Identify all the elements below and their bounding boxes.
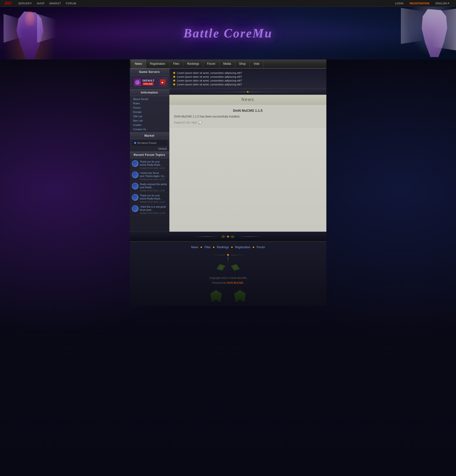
forum-topics-title: Recent Forum Topics: [130, 152, 169, 158]
topic-avatar-3: [132, 183, 139, 189]
language-selector[interactable]: ENGLISH ▾: [434, 1, 451, 5]
hero-title-text: Battle CoreMu: [183, 26, 273, 40]
info-item-1: Lorem ipsum dolor sit amet, consectetur …: [173, 71, 323, 74]
market-title: Market: [130, 132, 169, 139]
site-navigation: News Registration Files Rankings Forum M…: [130, 60, 326, 68]
ornament-center: [195, 235, 261, 238]
nav-market[interactable]: MARKET: [48, 1, 63, 5]
bottom-ornament: [130, 232, 326, 241]
article-body: DmN MuCMS 1.1.5 has been successfully in…: [174, 114, 322, 119]
info-item-3: Lorem ipsum dolor sit amet, consectetur …: [173, 79, 323, 82]
news-header: News: [169, 95, 326, 105]
nav-server[interactable]: SERVER ▾: [16, 1, 34, 5]
topbar-right: LOGIN REGISTRATION ENGLISH ▾: [393, 1, 451, 5]
sidebar: Game Servers DEFAULT OFFLINE ▶: [130, 68, 169, 232]
footer-nav-rankings[interactable]: Rankings: [215, 246, 231, 249]
login-button[interactable]: LOGIN: [393, 1, 405, 5]
hero-title: Battle CoreMu: [183, 26, 273, 40]
nav-tab-rankings[interactable]: Rankings: [183, 59, 203, 68]
hero-character-left: [0, 7, 60, 60]
nav-tab-files[interactable]: Files: [169, 59, 183, 68]
link-about-server[interactable]: About Server: [130, 97, 169, 101]
lang-dropdown-icon: ▾: [448, 2, 449, 5]
forum-topic-item[interactable]: Thank you for your article.Really thank.…: [130, 159, 169, 170]
info-item-2: Lorem ipsum dolor sit amet, consectetur …: [173, 75, 323, 78]
link-guides[interactable]: Guides: [130, 123, 169, 127]
topic-avatar-2: [132, 171, 139, 178]
link-forum[interactable]: Forum: [130, 105, 169, 110]
topic-avatar-4: [132, 194, 139, 201]
footer-ornament: [130, 254, 326, 271]
link-gm-list[interactable]: GM List: [130, 114, 169, 119]
forum-topic-item[interactable]: Thank you for your article.Really thank.…: [130, 193, 169, 204]
topbar-logo[interactable]: BtU: [5, 1, 11, 6]
market-empty: No Items Found.: [132, 140, 167, 146]
news-title: News: [169, 97, 326, 102]
footer-nav: News Files Rankings Registration Forum: [130, 246, 326, 249]
topic-info-1: Thank you for your article.Really thank.…: [140, 160, 167, 169]
server-button[interactable]: ▶: [160, 79, 166, 85]
topbar: BtU SERVER ▾ SHOP MARKET FORUM LOGIN REG…: [0, 0, 456, 7]
topic-title-2: I loved your forum post.Thanks Again. Co…: [140, 171, 167, 178]
forum-topic-item[interactable]: Really enjoyed this article post.Really …: [130, 182, 169, 193]
nav-tab-news[interactable]: News: [131, 59, 146, 68]
topic-date-1: Posted 24-02-2016, 13:21: [140, 167, 167, 169]
server-icon-inner: [135, 80, 140, 85]
comment-icon: 💬: [199, 121, 202, 124]
server-name: DEFAULT: [142, 79, 158, 82]
market-default[interactable]: Default: [130, 147, 169, 151]
footer-dot-2: [213, 246, 215, 248]
topic-info-5: I think this is a real great forum post.…: [140, 205, 167, 214]
topic-info-3: Really enjoyed this article post.Really …: [140, 183, 167, 192]
server-icon: [133, 78, 141, 86]
info-bullet-icon: [173, 80, 175, 82]
footer-nav-news[interactable]: News: [189, 246, 200, 249]
nav-tab-shop[interactable]: Shop: [235, 59, 250, 68]
nav-tab-registration[interactable]: Registration: [146, 59, 169, 68]
forum-topic-item[interactable]: I loved your forum post.Thanks Again. Co…: [130, 170, 169, 182]
market-section: No Items Found. Default: [130, 140, 169, 151]
server-status-badge: OFFLINE: [142, 83, 154, 85]
nav-forum[interactable]: FORUM: [64, 1, 78, 5]
content-wrapper: News Registration Files Rankings Forum M…: [130, 60, 326, 306]
footer-nav-forum[interactable]: Forum: [255, 246, 267, 249]
footer-nav-files[interactable]: Files: [202, 246, 212, 249]
nav-shop[interactable]: SHOP: [35, 1, 47, 5]
topic-avatar-1: [132, 160, 139, 167]
ornament-diamond-bottom: [227, 236, 229, 238]
ornament-line-left: [195, 237, 219, 237]
footer-brand-link[interactable]: DmN MuCMS.: [227, 281, 244, 284]
hero-character-right: [396, 7, 456, 60]
topic-title-5: I think this is a real great forum post.…: [140, 205, 167, 212]
content-area: Game Servers DEFAULT OFFLINE ▶: [130, 68, 326, 232]
topic-title-3: Really enjoyed this article post.Really …: [140, 183, 167, 189]
footer-dot-1: [200, 246, 202, 248]
nav-tab-media[interactable]: Media: [219, 59, 235, 68]
ornament-divider: [169, 89, 326, 95]
topic-date-5: Posted 24-02-2016, 11:48: [140, 212, 167, 214]
link-contact-us[interactable]: Contact Us: [130, 127, 169, 131]
info-box: Lorem ipsum dolor sit amet, consectetur …: [169, 68, 326, 89]
article-posted-date: Posted 22 / 02 / 2016: [174, 121, 197, 124]
main-content: Lorem ipsum dolor sit amet, consectetur …: [169, 68, 326, 232]
hero-banner: Battle CoreMu: [0, 7, 456, 60]
info-links: About Server Rules Forum Donate GM List …: [130, 96, 169, 132]
link-donate[interactable]: Donate: [130, 110, 169, 114]
link-ban-list[interactable]: Ban List: [130, 119, 169, 123]
topic-date-2: Posted 24-02-2016, 12:57: [140, 178, 167, 181]
info-bullet-icon: [173, 84, 175, 85]
link-rules[interactable]: Rules: [130, 101, 169, 105]
article-meta: Posted 22 / 02 / 2016 💬: [174, 121, 322, 124]
server-dropdown-icon: ▾: [30, 2, 32, 5]
footer-nav-registration[interactable]: Registration: [233, 246, 252, 249]
topic-date-4: Posted 24-02-2016, 12:10: [140, 201, 167, 203]
nav-tab-vote[interactable]: Vote: [250, 59, 263, 68]
info-bullet-icon: [173, 76, 175, 78]
forum-topics: Thank you for your article.Really thank.…: [130, 158, 169, 217]
nav-tab-forum[interactable]: Forum: [203, 59, 219, 68]
information-title: Information: [130, 89, 169, 96]
footer-dot-3: [231, 246, 233, 248]
market-dot-icon: [134, 142, 136, 144]
forum-topic-item[interactable]: I think this is a real great forum post.…: [130, 204, 169, 216]
register-button[interactable]: REGISTRATION: [408, 1, 431, 5]
